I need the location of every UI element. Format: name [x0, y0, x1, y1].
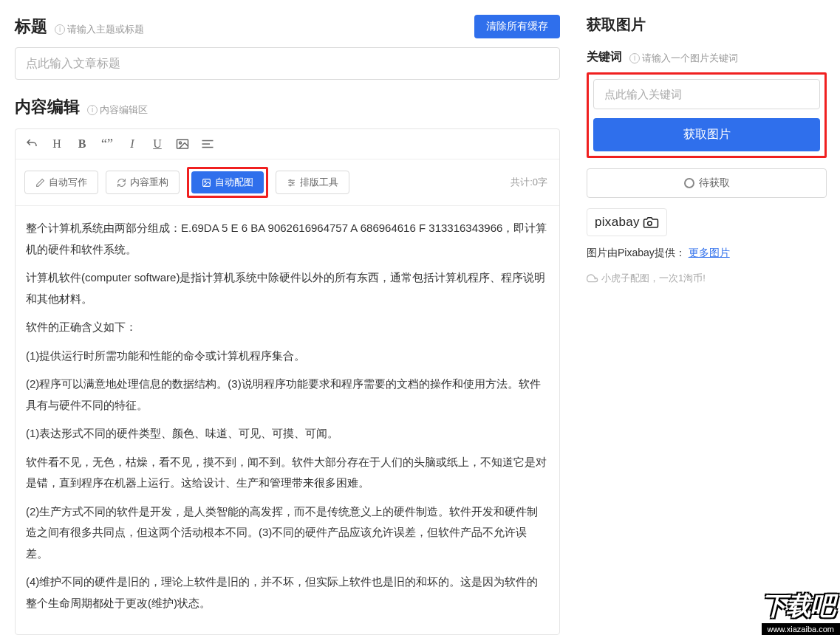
italic-icon[interactable]: I: [125, 137, 140, 151]
info-icon: i: [629, 53, 640, 64]
article-title-input[interactable]: [15, 47, 560, 80]
svg-point-13: [647, 222, 652, 226]
footer-note: 小虎子配图，一次1淘币!: [587, 272, 827, 285]
heading-icon[interactable]: H: [49, 137, 64, 151]
paragraph: (4)维护不同的硬件是旧的，理论上软件是旧的，并不坏，但实际上软件也是旧的和坏的…: [26, 572, 549, 614]
image-icon[interactable]: [175, 137, 190, 151]
content-hint: i 内容编辑区: [87, 103, 148, 117]
pixabay-badge: pixabay: [587, 208, 667, 236]
keyword-input[interactable]: [593, 79, 820, 109]
highlight-auto-image: 自动配图: [187, 167, 268, 198]
svg-point-8: [290, 179, 291, 181]
sidebar-heading: 获取图片: [587, 15, 827, 35]
auto-write-button[interactable]: 自动写作: [24, 171, 98, 194]
info-icon: i: [87, 105, 98, 115]
circle-icon: [684, 178, 694, 188]
svg-point-1: [180, 142, 182, 144]
svg-point-6: [205, 180, 206, 182]
svg-point-10: [292, 182, 293, 183]
format-toolbar: H B “” I U: [16, 129, 559, 159]
pencil-icon: [35, 178, 45, 188]
title-heading: 标题: [15, 16, 47, 38]
title-hint: i 请输入主题或标题: [55, 23, 144, 36]
align-icon[interactable]: [200, 137, 215, 151]
keyword-label: 关键词: [587, 49, 622, 65]
clear-cache-button[interactable]: 清除所有缓存: [474, 15, 560, 38]
paragraph: (2)生产方式不同的软件是开发，是人类智能的高发挥，而不是传统意义上的硬件制造。…: [26, 501, 549, 565]
refresh-icon: [117, 178, 126, 188]
keyword-hint: i 请输入一个图片关键词: [629, 52, 738, 65]
svg-point-12: [290, 184, 291, 185]
paragraph: 计算机软件(computer software)是指计算机系统中除硬件以外的所有…: [26, 267, 549, 309]
undo-icon[interactable]: [24, 137, 39, 151]
auto-image-button[interactable]: 自动配图: [191, 171, 264, 193]
highlight-fetch-box: 获取图片: [587, 72, 827, 158]
paragraph: (1)提供运行时所需功能和性能的命令或计算机程序集合。: [26, 346, 549, 367]
quote-icon[interactable]: “”: [100, 137, 115, 151]
info-icon: i: [55, 24, 65, 35]
fetch-image-button[interactable]: 获取图片: [593, 118, 820, 151]
image-small-icon: [202, 178, 211, 188]
restructure-button[interactable]: 内容重构: [106, 171, 180, 194]
provider-line: 图片由Pixabay提供： 更多图片: [587, 247, 827, 260]
cloud-icon: [587, 274, 598, 283]
bold-icon[interactable]: B: [75, 137, 89, 151]
paragraph: 整个计算机系统由两部分组成：E.69DA 5 E 6 BA 9062616964…: [26, 218, 549, 260]
word-count: 共计:0字: [511, 176, 547, 189]
camera-icon: [643, 216, 659, 228]
layout-tool-button[interactable]: 排版工具: [276, 171, 349, 194]
editor-box: H B “” I U: [15, 128, 560, 635]
content-heading: 内容编辑: [15, 96, 80, 118]
paragraph: 软件的正确含义如下：: [26, 317, 549, 338]
settings-icon: [287, 178, 296, 188]
underline-icon[interactable]: U: [150, 137, 165, 151]
title-section-header: 标题 i 请输入主题或标题 清除所有缓存: [15, 15, 560, 38]
paragraph: (1)表达形式不同的硬件类型、颜色、味道、可见、可摸、可闻。: [26, 423, 549, 444]
paragraph: 软件看不见，无色，枯燥，看不见，摸不到，闻不到。软件大部分存在于人们的头脑或纸上…: [26, 452, 549, 494]
paragraph: (2)程序可以满意地处理信息的数据结构。(3)说明程序功能要求和程序需要的文档的…: [26, 374, 549, 416]
action-toolbar: 自动写作 内容重构 自动配图: [16, 159, 559, 206]
pending-button[interactable]: 待获取: [587, 168, 827, 198]
editor-content[interactable]: 整个计算机系统由两部分组成：E.69DA 5 E 6 BA 9062616964…: [16, 206, 559, 634]
more-images-link[interactable]: 更多图片: [689, 247, 730, 258]
